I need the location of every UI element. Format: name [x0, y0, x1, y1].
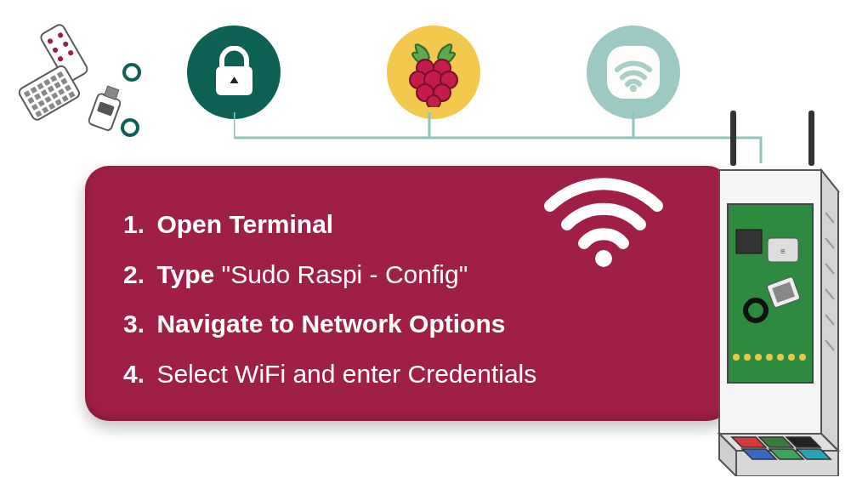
svg-point-35: [124, 65, 139, 80]
step-2-command: "Sudo Raspi - Config": [222, 260, 468, 288]
svg-point-71: [799, 354, 806, 361]
step-2-bold: Type: [156, 260, 214, 288]
svg-point-67: [755, 354, 762, 361]
svg-text:≡: ≡: [780, 247, 786, 256]
step-3: 3. Navigate to Network Options: [123, 299, 693, 350]
svg-point-45: [427, 95, 440, 107]
step-4: 4. Select WiFi and enter Credentials: [123, 350, 693, 400]
svg-point-69: [777, 354, 784, 361]
svg-point-47: [630, 85, 637, 92]
svg-point-48: [595, 250, 612, 267]
svg-point-65: [733, 354, 740, 361]
raspberry-icon: [387, 26, 480, 119]
svg-point-70: [788, 354, 795, 361]
svg-point-36: [122, 120, 138, 135]
wifi-badge-icon: [587, 26, 680, 119]
svg-rect-59: [736, 230, 762, 253]
wifi-large-icon: [540, 170, 667, 272]
svg-rect-49: [730, 111, 736, 166]
step-3-text: Navigate to Network Options: [156, 310, 505, 338]
svg-point-68: [766, 354, 773, 361]
step-3-number: 3.: [123, 310, 145, 338]
step-1-text: Open Terminal: [156, 210, 333, 238]
lock-icon: [187, 26, 281, 119]
step-1-number: 1.: [123, 210, 145, 238]
svg-rect-50: [808, 111, 814, 166]
svg-point-66: [744, 354, 751, 361]
raspberry-pi-device-illustration: ≡: [689, 111, 851, 476]
usb-devices-illustration: [13, 17, 149, 140]
step-4-number: 4.: [123, 360, 145, 388]
step-4-text: Select WiFi and enter Credentials: [156, 360, 536, 388]
process-icons-row: [187, 21, 680, 123]
step-2-number: 2.: [123, 260, 145, 288]
